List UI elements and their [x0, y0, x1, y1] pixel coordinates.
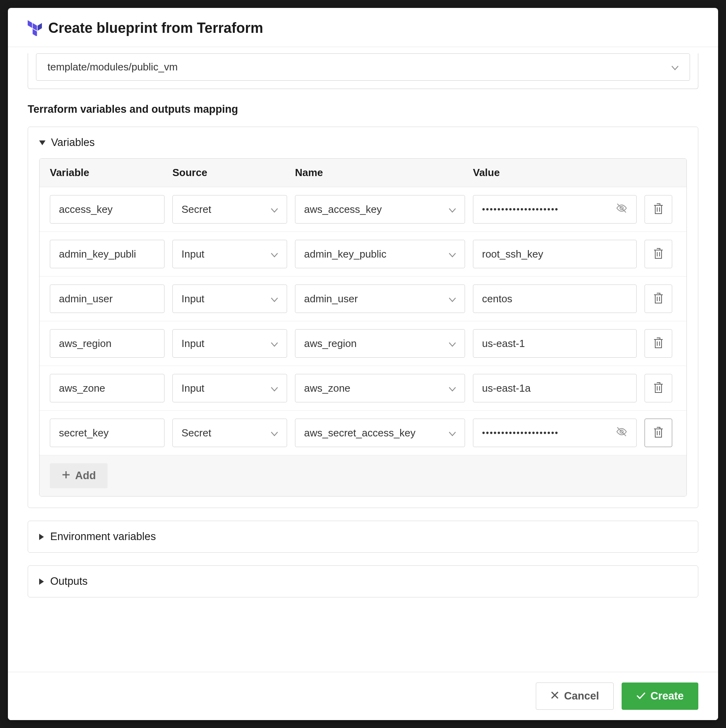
name-select[interactable]: aws_zone — [295, 374, 465, 402]
name-value: aws_zone — [304, 382, 350, 394]
cancel-button[interactable]: Cancel — [536, 682, 614, 710]
env-vars-label: Environment variables — [50, 531, 156, 543]
trash-icon — [653, 337, 664, 350]
chevron-down-icon — [271, 337, 278, 350]
outputs-panel-header[interactable]: Outputs — [28, 566, 698, 597]
trash-icon — [653, 248, 664, 261]
source-select[interactable]: Input — [172, 284, 287, 313]
name-value: admin_key_public — [304, 248, 386, 260]
variables-label: Variables — [51, 136, 95, 149]
modal-body: template/modules/public_vm Terraform var… — [8, 47, 718, 672]
env-vars-panel-header[interactable]: Environment variables — [28, 521, 698, 552]
variables-panel-header[interactable]: Variables — [28, 127, 698, 158]
value-text: root_ssh_key — [482, 248, 628, 260]
terraform-icon — [28, 21, 42, 35]
chevron-down-icon — [449, 248, 456, 260]
eye-off-icon[interactable] — [616, 427, 628, 440]
eye-off-icon[interactable] — [616, 203, 628, 216]
value-text: •••••••••••••••••••• — [482, 205, 611, 214]
source-select[interactable]: Input — [172, 374, 287, 402]
variable-input[interactable]: secret_key — [50, 419, 164, 447]
delete-button[interactable] — [645, 284, 672, 313]
variables-panel: Variables Variable Source Name Value acc… — [28, 127, 698, 508]
check-icon — [636, 690, 646, 702]
trash-icon — [653, 203, 664, 216]
module-panel: template/modules/public_vm — [28, 53, 698, 89]
chevron-down-icon — [449, 293, 456, 305]
table-row: aws_region Input aws_region us-east-1 — [40, 321, 686, 366]
value-input[interactable]: us-east-1a — [473, 374, 637, 402]
value-input[interactable]: root_ssh_key — [473, 240, 637, 268]
chevron-down-icon — [271, 293, 278, 305]
variables-table: Variable Source Name Value access_key Se… — [39, 158, 687, 497]
chevron-down-icon — [449, 382, 456, 394]
module-select[interactable]: template/modules/public_vm — [36, 53, 690, 81]
variable-input[interactable]: aws_zone — [50, 374, 164, 402]
modal-footer: Cancel Create — [8, 672, 718, 720]
name-value: aws_access_key — [304, 203, 382, 216]
chevron-down-icon — [271, 248, 278, 260]
delete-button[interactable] — [645, 419, 672, 447]
chevron-down-icon — [449, 427, 456, 439]
chevron-down-icon — [449, 337, 456, 350]
trash-icon — [653, 427, 664, 440]
caret-right-icon — [39, 531, 45, 543]
name-value: aws_region — [304, 337, 357, 350]
modal-title: Create blueprint from Terraform — [48, 20, 263, 36]
value-input[interactable]: •••••••••••••••••••• — [473, 195, 637, 224]
value-input[interactable]: centos — [473, 284, 637, 313]
table-row: admin_key_publi Input admin_key_public r… — [40, 232, 686, 277]
outputs-panel: Outputs — [28, 565, 698, 597]
add-button[interactable]: Add — [50, 463, 108, 488]
variable-input[interactable]: access_key — [50, 195, 164, 224]
source-value: Secret — [182, 203, 211, 216]
source-select[interactable]: Input — [172, 329, 287, 358]
chevron-down-icon — [271, 203, 278, 216]
cancel-label: Cancel — [564, 690, 599, 702]
chevron-down-icon — [449, 203, 456, 216]
col-name: Name — [295, 167, 465, 179]
trash-icon — [653, 292, 664, 305]
add-row: Add — [40, 455, 686, 496]
caret-down-icon — [39, 136, 45, 149]
name-select[interactable]: admin_user — [295, 284, 465, 313]
name-select[interactable]: aws_secret_access_key — [295, 419, 465, 447]
col-variable: Variable — [50, 167, 164, 179]
close-icon — [550, 690, 559, 702]
variable-input[interactable]: admin_user — [50, 284, 164, 313]
table-row: secret_key Secret aws_secret_access_key … — [40, 411, 686, 455]
value-input[interactable]: •••••••••••••••••••• — [473, 419, 637, 447]
source-select[interactable]: Input — [172, 240, 287, 268]
source-select[interactable]: Secret — [172, 195, 287, 224]
modal-header: Create blueprint from Terraform — [8, 8, 718, 47]
source-select[interactable]: Secret — [172, 419, 287, 447]
name-select[interactable]: aws_region — [295, 329, 465, 358]
variable-input[interactable]: admin_key_publi — [50, 240, 164, 268]
module-path-value: template/modules/public_vm — [47, 61, 178, 73]
col-value: Value — [473, 167, 637, 179]
plus-icon — [62, 470, 70, 482]
create-label: Create — [650, 690, 684, 702]
source-value: Secret — [182, 427, 211, 439]
value-text: us-east-1a — [482, 382, 628, 394]
create-button[interactable]: Create — [622, 682, 698, 710]
source-value: Input — [182, 293, 204, 305]
chevron-down-icon — [271, 427, 278, 439]
delete-button[interactable] — [645, 195, 672, 224]
modal-dialog: Create blueprint from Terraform template… — [8, 8, 718, 720]
col-source: Source — [172, 167, 287, 179]
value-input[interactable]: us-east-1 — [473, 329, 637, 358]
delete-button[interactable] — [645, 329, 672, 358]
env-vars-panel: Environment variables — [28, 521, 698, 553]
add-label: Add — [75, 470, 96, 482]
trash-icon — [653, 382, 664, 395]
variable-input[interactable]: aws_region — [50, 329, 164, 358]
delete-button[interactable] — [645, 240, 672, 268]
delete-button[interactable] — [645, 374, 672, 402]
source-value: Input — [182, 337, 204, 350]
chevron-down-icon — [671, 61, 679, 73]
table-row: access_key Secret aws_access_key •••••••… — [40, 187, 686, 232]
value-text: •••••••••••••••••••• — [482, 428, 611, 437]
name-select[interactable]: admin_key_public — [295, 240, 465, 268]
name-select[interactable]: aws_access_key — [295, 195, 465, 224]
